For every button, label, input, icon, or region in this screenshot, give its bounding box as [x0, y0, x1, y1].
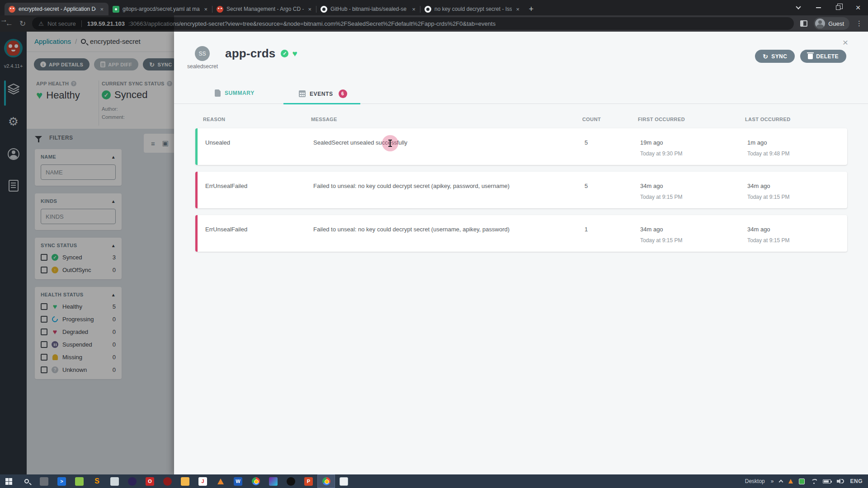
event-last-occurred: 1m ago Today at 9:48 PM [747, 139, 847, 157]
synced-check-icon: ✓ [281, 50, 288, 57]
taskbar-app-powershell[interactable]: > [53, 474, 71, 488]
taskbar-app-fan[interactable] [282, 474, 300, 488]
panel-title-row: app-crds ✓ ♥ [225, 47, 297, 61]
editor-icon [110, 477, 119, 486]
events-count-badge: 6 [339, 89, 347, 98]
taskbar-app-notepad[interactable] [335, 474, 353, 488]
tab-summary[interactable]: SUMMARY [215, 89, 255, 97]
event-last-occurred: 34m ago Today at 9:15 PM [747, 183, 847, 200]
tab-close-icon[interactable]: × [99, 6, 104, 13]
taskbar-search-button[interactable] [18, 474, 35, 488]
panel-actions: ↻ SYNC DELETE [755, 50, 846, 63]
media-icon [163, 477, 172, 486]
tray-overflow-icon[interactable]: » [771, 478, 774, 484]
guest-avatar [815, 19, 825, 28]
tab-close-icon[interactable]: × [307, 6, 312, 13]
browser-tab-argo-docs[interactable]: Secret Management - Argo CD - × [212, 3, 316, 15]
taskbar-app-oracle[interactable]: O [141, 474, 159, 488]
browser-tab-github-issue[interactable]: no key could decrypt secret - Iss × [420, 3, 524, 15]
taskbar-app-powerpoint[interactable]: P [300, 474, 317, 488]
speaker-icon[interactable] [837, 479, 844, 484]
col-message: MESSAGE [311, 117, 582, 122]
sublime-icon: S [93, 477, 101, 486]
tab-close-icon[interactable]: × [411, 6, 416, 13]
desktop-label[interactable]: Desktop [745, 478, 765, 484]
panel-sync-label: SYNC [771, 53, 787, 60]
summary-tab-label: SUMMARY [225, 90, 255, 96]
tab-events[interactable]: EVENTS 6 [299, 89, 347, 98]
eclipse-icon [128, 477, 137, 486]
tab-title: no key could decrypt secret - Iss [434, 6, 512, 12]
new-tab-button[interactable]: + [524, 3, 538, 15]
taskbar-app-editor[interactable] [106, 474, 123, 488]
folder-icon [181, 477, 189, 486]
taskbar-app-word[interactable]: W [229, 474, 247, 488]
vlc-icon [217, 479, 224, 484]
taskbar-app-notepadpp[interactable] [71, 474, 88, 488]
browser-profile[interactable]: Guest [814, 17, 849, 30]
panel-delete-label: DELETE [816, 53, 839, 60]
healthy-heart-icon: ♥ [292, 49, 297, 59]
text-cursor-icon [390, 140, 391, 147]
taskbar-app-sublime[interactable]: S [88, 474, 106, 488]
tab-title: Secret Management - Argo CD - [226, 6, 304, 12]
tray-vlc-icon[interactable] [788, 479, 793, 483]
powerpoint-icon: P [304, 477, 313, 486]
table-row: Unsealed SealedSecret unsealed successfu… [195, 128, 847, 165]
panel-delete-button[interactable]: DELETE [800, 50, 846, 63]
profile-chevron-icon[interactable] [788, 0, 808, 15]
windows-taskbar: > S O J W P Desktop » ENG [0, 474, 868, 488]
resource-avatar: SS [195, 46, 210, 61]
taskbar-app-media[interactable] [159, 474, 176, 488]
language-indicator[interactable]: ENG [850, 478, 863, 484]
event-reason: Unsealed [205, 139, 313, 157]
restore-button[interactable] [828, 0, 848, 15]
mouse-cursor-highlight [382, 135, 398, 151]
start-button[interactable] [0, 474, 18, 488]
paint-icon [269, 477, 278, 486]
wifi-icon[interactable] [811, 479, 817, 484]
tab-close-icon[interactable]: × [515, 6, 520, 13]
taskbar-app-chrome-active[interactable] [317, 474, 335, 488]
browser-menu-icon[interactable]: ⋮ [856, 19, 863, 28]
event-last-occurred: 34m ago Today at 9:15 PM [747, 226, 847, 244]
forward-icon[interactable]: → [0, 15, 174, 32]
oracle-icon: O [146, 477, 154, 486]
argocd-favicon [9, 6, 15, 13]
tab-close-icon[interactable]: × [203, 6, 208, 13]
taskbar-app-joplin[interactable]: J [194, 474, 212, 488]
taskbar-file-explorer[interactable] [176, 474, 194, 488]
taskbar-apps: > S O J W P [0, 474, 353, 488]
battery-icon[interactable] [823, 479, 831, 483]
panel-close-icon[interactable]: × [843, 37, 848, 48]
windows-logo-icon [5, 478, 12, 485]
browser-tab-gitops-secret[interactable]: gitops-argocd/secret.yaml at ma × [108, 3, 212, 15]
browser-tab-github-sealed[interactable]: GitHub - bitnami-labs/sealed-se × [316, 3, 420, 15]
taskbar-app-vlc[interactable] [212, 474, 229, 488]
modal-dim-overlay[interactable] [0, 32, 174, 474]
tray-chevron-up-icon[interactable] [779, 480, 783, 484]
event-first-occurred: 19m ago Today at 9:30 PM [640, 139, 747, 157]
panel-sync-button[interactable]: ↻ SYNC [755, 50, 795, 63]
taskbar-app-paint[interactable] [264, 474, 282, 488]
notepadpp-icon [75, 477, 84, 486]
event-first-occurred: 34m ago Today at 9:15 PM [640, 226, 747, 244]
browser-tab-argocd-app[interactable]: encrypted-secret - Application De × [5, 3, 108, 15]
event-reason: ErrUnsealFailed [205, 226, 313, 244]
taskbar-app-chrome[interactable] [247, 474, 264, 488]
github-favicon [425, 6, 431, 13]
tab-title: encrypted-secret - Application De [19, 6, 96, 12]
taskbar-app-eclipse[interactable] [123, 474, 141, 488]
side-panel-icon[interactable] [800, 20, 807, 27]
word-icon: W [234, 477, 242, 486]
events-calendar-icon [299, 90, 306, 97]
tray-app-icon[interactable] [799, 479, 805, 484]
joplin-icon: J [198, 477, 207, 486]
window-controls: × [788, 0, 868, 15]
url-path: :30663/applications/encrypted-secret?vie… [128, 20, 495, 27]
close-window-button[interactable]: × [848, 0, 868, 15]
taskbar-app-remote[interactable] [35, 474, 53, 488]
trash-icon [808, 54, 813, 59]
browser-chrome: encrypted-secret - Application De × gito… [0, 0, 868, 32]
minimize-button[interactable] [808, 0, 828, 15]
